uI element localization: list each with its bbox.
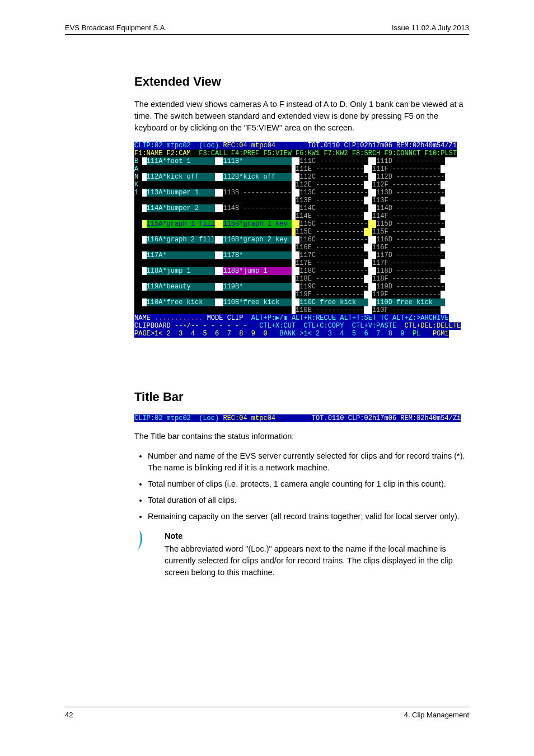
header-left: EVS Broadcast Equipment S.A. — [65, 24, 167, 32]
list-item: Remaining capacity on the server (all re… — [148, 511, 470, 522]
paragraph-title-bar-lead: The Title bar contains the status inform… — [134, 431, 470, 442]
note-body-text: The abbreviated word "(Loc.)" appears ne… — [165, 543, 470, 578]
title-bar-screenshot: CLIP:02 mtpc02 (Loc) REC:04 mtpc04 TOT.0… — [134, 414, 470, 423]
heading-extended-view: Extended View — [134, 73, 470, 91]
paragraph-extended-view: The extended view shows cameras A to F i… — [134, 99, 470, 134]
running-header: EVS Broadcast Equipment S.A. Issue 11.02… — [65, 24, 469, 35]
list-item: Total duration of all clips. — [148, 494, 470, 506]
heading-title-bar: Title Bar — [134, 388, 470, 406]
footer-right: 4. Clip Management — [404, 711, 469, 719]
page-content: Extended View The extended view shows ca… — [134, 73, 470, 578]
running-footer: 42 4. Clip Management — [65, 707, 469, 719]
list-item: Total number of clips (i.e. protects, 1 … — [148, 478, 470, 490]
list-item: Number and name of the EVS server curren… — [148, 450, 470, 474]
footer-left: 42 — [65, 711, 73, 719]
title-bar-bullet-list: Number and name of the EVS server curren… — [134, 450, 470, 522]
note-title: Note — [165, 530, 470, 542]
note-icon — [134, 530, 144, 578]
terminal-screenshot: CLIP:02 mtpc02 (Loc) REC:04 mtpc04 TOT.0… — [134, 142, 470, 338]
header-right: Issue 11.02.A July 2013 — [392, 24, 469, 32]
note-block: Note The abbreviated word "(Loc.)" appea… — [134, 530, 470, 578]
